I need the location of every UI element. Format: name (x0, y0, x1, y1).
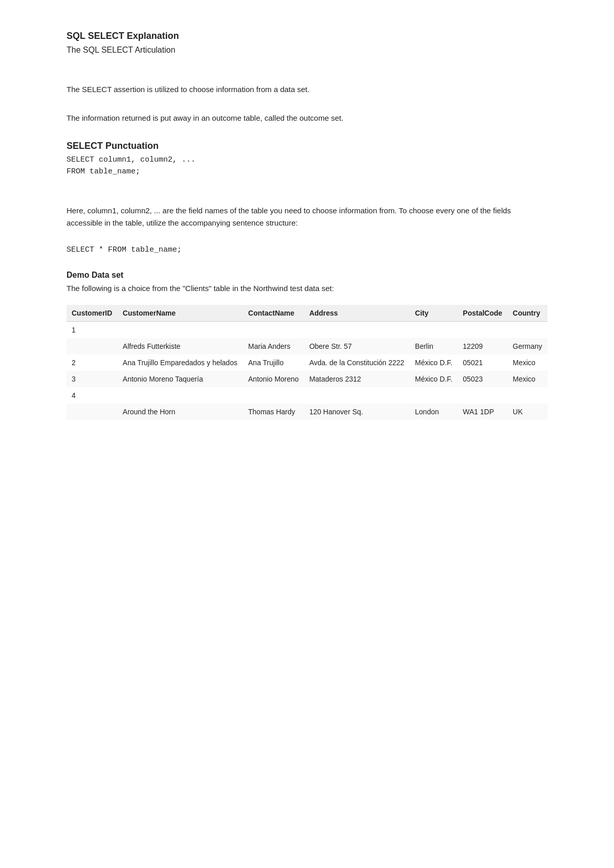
table-cell: Ana Trujillo (243, 354, 304, 371)
table-cell: London (410, 404, 458, 420)
table-cell: Germany (508, 338, 547, 354)
table-cell (458, 322, 508, 339)
table-cell: Obere Str. 57 (304, 338, 410, 354)
table-cell: Alfreds Futterkiste (118, 338, 243, 354)
table-cell (67, 404, 118, 420)
clients-table: CustomerID CustomerName ContactName Addr… (67, 305, 547, 420)
table-cell: Antonio Moreno (243, 371, 304, 387)
table-cell (410, 387, 458, 404)
table-cell: 3 (67, 371, 118, 387)
table-cell: 05021 (458, 354, 508, 371)
col-header-address: Address (304, 305, 410, 322)
syntax-line-1: SELECT column1, column2, ... (67, 155, 547, 164)
paragraph-3: Here, column1, column2, ... are the fiel… (67, 205, 547, 229)
table-cell: Antonio Moreno Taquería (118, 371, 243, 387)
table-cell: 1 (67, 322, 118, 339)
main-title: SQL SELECT Explanation (67, 31, 547, 41)
table-cell: 4 (67, 387, 118, 404)
syntax-all: SELECT * FROM table_name; (67, 246, 547, 254)
table-cell (410, 322, 458, 339)
table-cell: Mexico (508, 371, 547, 387)
table-cell (304, 387, 410, 404)
demo-title: Demo Data set (67, 271, 547, 280)
col-header-postalcode: PostalCode (458, 305, 508, 322)
table-cell: UK (508, 404, 547, 420)
table-cell: Maria Anders (243, 338, 304, 354)
table-cell: Ana Trujillo Emparedados y helados (118, 354, 243, 371)
table-cell (67, 338, 118, 354)
paragraph-2: The information returned is put away in … (67, 112, 547, 124)
syntax-line-2: FROM table_name; (67, 167, 547, 176)
table-cell: México D.F. (410, 371, 458, 387)
table-cell: Avda. de la Constitución 2222 (304, 354, 410, 371)
table-header-row: CustomerID CustomerName ContactName Addr… (67, 305, 547, 322)
table-cell (118, 322, 243, 339)
demo-desc: The following is a choice from the "Clie… (67, 284, 547, 293)
col-header-customerid: CustomerID (67, 305, 118, 322)
table-row: 2Ana Trujillo Emparedados y heladosAna T… (67, 354, 547, 371)
table-cell: Around the Horn (118, 404, 243, 420)
syntax-title: SELECT Punctuation (67, 141, 547, 151)
table-row: Around the HornThomas Hardy120 Hanover S… (67, 404, 547, 420)
table-cell: México D.F. (410, 354, 458, 371)
sub-title: The SQL SELECT Articulation (67, 46, 547, 55)
table-cell (508, 387, 547, 404)
table-row: Alfreds FutterkisteMaria AndersObere Str… (67, 338, 547, 354)
col-header-customername: CustomerName (118, 305, 243, 322)
table-cell: WA1 1DP (458, 404, 508, 420)
col-header-city: City (410, 305, 458, 322)
table-cell (118, 387, 243, 404)
table-cell (458, 387, 508, 404)
table-cell: Berlin (410, 338, 458, 354)
table-cell (508, 322, 547, 339)
table-cell: Mataderos 2312 (304, 371, 410, 387)
table-row: 4 (67, 387, 547, 404)
table-cell (243, 387, 304, 404)
col-header-contactname: ContactName (243, 305, 304, 322)
data-table-wrapper: CustomerID CustomerName ContactName Addr… (67, 305, 547, 420)
table-cell (243, 322, 304, 339)
table-row: 1 (67, 322, 547, 339)
table-cell (304, 322, 410, 339)
table-cell: 120 Hanover Sq. (304, 404, 410, 420)
table-cell: Mexico (508, 354, 547, 371)
table-cell: 2 (67, 354, 118, 371)
table-cell: 05023 (458, 371, 508, 387)
paragraph-1: The SELECT assertion is utilized to choo… (67, 83, 547, 96)
table-row: 3Antonio Moreno TaqueríaAntonio MorenoMa… (67, 371, 547, 387)
col-header-country: Country (508, 305, 547, 322)
table-cell: Thomas Hardy (243, 404, 304, 420)
table-cell: 12209 (458, 338, 508, 354)
